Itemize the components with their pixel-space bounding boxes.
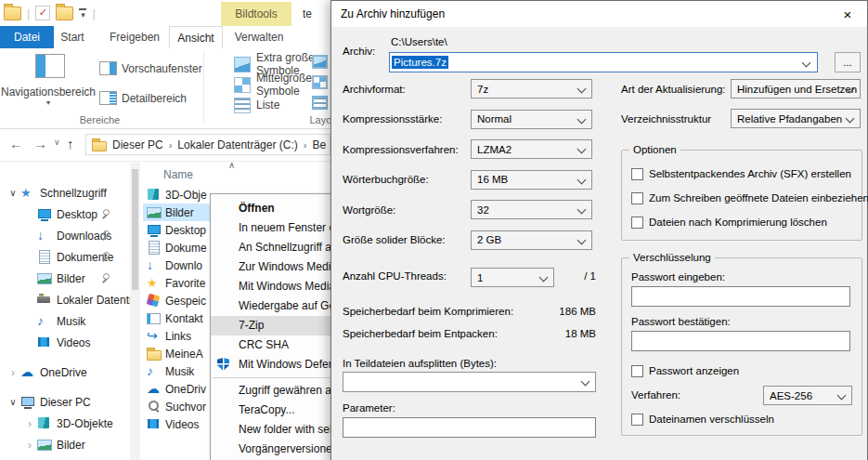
breadcrumb-item[interactable]: Lokaler Datenträger (C:) › (177, 138, 306, 151)
menu-item[interactable]: New folder with sele (211, 420, 333, 440)
file-row[interactable]: Favorite (143, 274, 212, 292)
checkbox[interactable] (631, 192, 643, 204)
menu-item[interactable]: Öffnen (211, 199, 333, 218)
method-combobox[interactable]: AES-256 (763, 386, 852, 405)
split-combobox[interactable] (343, 372, 596, 392)
menu-item[interactable]: TeraCopy... (211, 401, 333, 420)
setting-combobox[interactable]: Hinzufügen und Ersetzen (731, 79, 861, 99)
tree-expand-icon[interactable]: › (22, 439, 37, 452)
breadcrumb-item[interactable]: Be › (312, 138, 330, 151)
column-header-name[interactable]: Name (163, 168, 193, 181)
preview-pane-button[interactable]: Vorschaufenster (99, 61, 202, 75)
setting-combobox[interactable]: 7z (471, 79, 592, 99)
sidebar-item[interactable]: Bilder (0, 268, 139, 289)
show-password-row[interactable]: Passwort anzeigen (631, 359, 739, 383)
file-row[interactable]: Suchvor (143, 398, 212, 415)
tab-datei[interactable]: Datei (0, 26, 54, 48)
tree-expand-icon[interactable]: ∨ (6, 397, 20, 407)
confirm-password-input[interactable] (631, 331, 850, 351)
close-icon[interactable]: × (828, 1, 867, 27)
setting-combobox[interactable]: 16 MB (471, 170, 592, 190)
menu-item[interactable]: Mit Windows Media (211, 277, 333, 296)
file-row[interactable]: 3D-Obje (143, 186, 212, 204)
setting-combobox[interactable]: LZMA2 (471, 139, 592, 159)
menu-item-icon (217, 403, 232, 417)
file-row[interactable]: Links (143, 327, 212, 345)
checkbox[interactable] (631, 414, 643, 426)
sidebar-item[interactable]: Downloads (0, 225, 139, 246)
small-icons-icon[interactable] (312, 75, 328, 89)
recent-locations-icon[interactable]: ∨ (54, 138, 60, 147)
sidebar-item[interactable]: ∨ Dieser PC (0, 391, 139, 413)
file-row[interactable]: Desktop (143, 221, 212, 239)
sidebar-item[interactable]: ∨ Schnellzugriff (0, 182, 139, 204)
file-row[interactable]: Videos (143, 415, 212, 433)
parameter-input[interactable] (343, 417, 596, 438)
pin-icon (101, 252, 111, 262)
encrypt-names-row[interactable]: Dateinamen verschlüsseln (631, 407, 774, 431)
tab-start[interactable]: Start (51, 26, 94, 48)
large-icons-icon[interactable] (312, 55, 328, 69)
sidebar-item[interactable]: Videos (0, 332, 139, 353)
browse-button[interactable]: ... (835, 52, 861, 72)
tree-expand-icon[interactable]: ∨ (6, 188, 20, 198)
setting-combobox[interactable]: Relative Pfadangaben (731, 109, 861, 128)
checkbox[interactable] (631, 168, 643, 180)
sort-ascending-icon[interactable]: ∧ (228, 160, 235, 170)
checkbox[interactable] (631, 365, 643, 377)
file-row[interactable]: Bilder (143, 204, 212, 221)
setting-combobox[interactable]: 2 GB (471, 230, 592, 250)
menu-item[interactable]: Zur Windows Media (211, 257, 333, 277)
details-view-icon[interactable] (312, 96, 328, 110)
file-row[interactable]: Musik (143, 362, 212, 380)
tree-expand-icon[interactable]: › (6, 366, 20, 379)
tree-expand-icon[interactable]: › (22, 417, 37, 430)
sidebar-item[interactable]: › OneDrive (0, 361, 139, 383)
setting-combobox[interactable]: Normal (471, 110, 592, 129)
back-icon[interactable]: ← (9, 136, 23, 151)
up-icon[interactable]: ↑ (67, 136, 74, 151)
sidebar-item[interactable]: Lokaler Datenträ (0, 289, 139, 310)
sidebar-item[interactable]: Musik (0, 310, 139, 332)
menu-item[interactable]: Mit Windows Defen (211, 355, 333, 375)
sidebar-item[interactable]: Dokumente (0, 246, 139, 268)
sidebar-scrollbar-thumb[interactable] (132, 169, 138, 290)
sidebar-item[interactable]: › Bilder (0, 434, 139, 455)
file-row[interactable]: Gespeic (143, 292, 212, 309)
file-row[interactable]: Dokume (143, 239, 212, 256)
archive-name-combobox[interactable]: Pictures.7z (389, 52, 818, 72)
menu-item[interactable]: In neuem Fenster öf (211, 218, 333, 238)
menu-item[interactable]: Zugriff gewähren au (211, 381, 333, 401)
forward-icon[interactable]: → (33, 136, 47, 151)
sidebar-item[interactable]: Desktop (0, 204, 139, 225)
menu-item[interactable]: 7-Zip (211, 316, 333, 335)
menu-item[interactable]: Vorgängerversionen (211, 440, 333, 459)
details-pane-button[interactable]: Detailbereich (99, 91, 187, 105)
dialog-titlebar[interactable]: Zu Archiv hinzufügen × (331, 1, 867, 27)
setting-combobox[interactable]: 32 (471, 200, 592, 219)
menu-item[interactable] (211, 375, 333, 381)
customize-toolbar-icon[interactable]: ▾ (79, 8, 86, 19)
properties-icon[interactable]: ✓ (35, 6, 50, 20)
file-row[interactable]: Downlo (143, 256, 212, 274)
checkbox[interactable] (631, 217, 643, 229)
new-folder-icon[interactable] (56, 7, 73, 20)
option-checkbox-row[interactable]: Zum Schreiben geöffnete Dateien einbezie… (631, 186, 868, 210)
option-checkbox-row[interactable]: Selbstentpackendes Archiv (SFX) erstelle… (631, 162, 868, 186)
file-row[interactable]: OneDriv (143, 380, 212, 398)
menu-item[interactable]: CRC SHA (211, 335, 333, 355)
tab-freigeben[interactable]: Freigeben (102, 26, 167, 48)
menu-item[interactable]: Wiedergabe auf Ger (211, 296, 333, 316)
menu-item[interactable]: An Schnellzugriff an (211, 238, 333, 257)
breadcrumb-item[interactable]: Dieser PC › (112, 138, 172, 151)
file-row[interactable]: MeineA (143, 345, 212, 362)
chevron-down-icon[interactable]: ▾ (0, 99, 97, 107)
sidebar-item[interactable]: › 3D-Objekte (0, 413, 139, 434)
password-input[interactable] (631, 286, 850, 307)
tab-verwalten[interactable]: Verwalten (227, 26, 291, 48)
navigation-pane-button[interactable]: Navigationsbereich (0, 85, 97, 99)
tab-ansicht[interactable]: Ansicht (169, 26, 223, 49)
file-row[interactable]: Kontakt (143, 309, 212, 327)
breadcrumb[interactable]: Dieser PC › Lokaler Datenträger (C:) › B… (85, 134, 330, 155)
option-checkbox-row[interactable]: Dateien nach Komprimierung löschen (631, 210, 868, 234)
